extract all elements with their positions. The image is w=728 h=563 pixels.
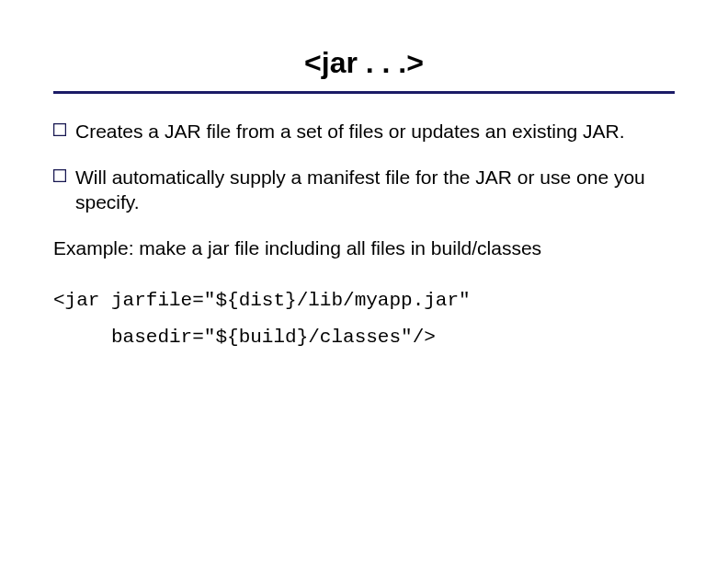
example-label: Example: make a jar file including all f… <box>53 236 675 260</box>
title-divider <box>53 91 675 94</box>
svg-rect-0 <box>54 124 66 136</box>
svg-rect-1 <box>54 170 66 182</box>
bullet-item: Will automatically supply a manifest fil… <box>53 166 675 214</box>
square-bullet-icon <box>53 123 66 140</box>
square-bullet-icon <box>53 169 66 186</box>
bullet-item: Creates a JAR file from a set of files o… <box>53 120 675 144</box>
code-block: <jar jarfile="${dist}/lib/myapp.jar" bas… <box>53 282 675 356</box>
bullet-text: Will automatically supply a manifest fil… <box>75 166 675 214</box>
bullet-text: Creates a JAR file from a set of files o… <box>75 120 625 144</box>
page-title: <jar . . .> <box>53 46 675 80</box>
slide: <jar . . .> Creates a JAR file from a se… <box>0 0 728 563</box>
